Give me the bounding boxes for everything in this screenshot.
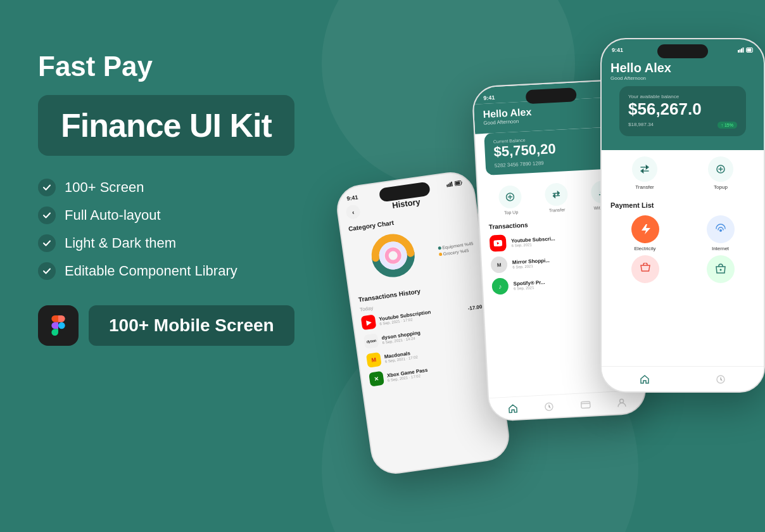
p3-topup-label: Topup	[714, 184, 728, 190]
mcdonalds-icon: M	[366, 352, 382, 368]
p3-payment-internet[interactable]: Internet	[686, 215, 755, 251]
phones-container: 9:41 ‹ History Category Chart	[334, 0, 765, 532]
dyson-icon: dyson	[364, 333, 379, 349]
status-time-2: 9:41	[483, 94, 495, 101]
p2-txn-info: Youtube Subscri... 6 Sep, 2021	[511, 232, 609, 247]
figma-icon	[38, 305, 79, 346]
p3-payment-bag[interactable]	[686, 255, 755, 283]
feature-text-theme: Light & Dark them	[65, 235, 176, 251]
p3-badge: ↑ 15%	[718, 122, 737, 129]
check-icon-component	[38, 262, 56, 280]
feature-item-theme: Light & Dark them	[38, 234, 380, 252]
p3-payment-header: Payment List	[602, 196, 764, 212]
home-icon[interactable]	[507, 403, 518, 414]
bottom-bar: 100+ Mobile Screen	[38, 305, 380, 346]
phone-dashboard: 9:41 Hello Alex Good Afternoon Your avai…	[600, 38, 765, 393]
p3-internet-label: Internet	[712, 246, 729, 251]
txn-amount: -17.00	[467, 303, 483, 311]
credit-card-icon[interactable]	[580, 399, 591, 410]
svg-rect-5	[455, 181, 460, 185]
app-title: Fast Pay	[38, 51, 380, 82]
p3-electricity-label: Electricity	[634, 246, 655, 251]
svg-point-28	[719, 269, 721, 271]
p2-transfer-btn[interactable]	[544, 182, 568, 206]
check-icon-theme	[38, 234, 56, 252]
p3-balance-amount: $56,267.0	[628, 99, 737, 119]
svg-rect-22	[740, 49, 741, 53]
svg-point-9	[380, 243, 406, 269]
p2-spotify-icon: ♪	[491, 277, 509, 294]
p3-payment-electricity[interactable]: Electricity	[610, 215, 680, 251]
p2-youtube-icon	[490, 234, 507, 251]
feature-text-screens: 100+ Screen	[65, 179, 144, 196]
p2-transfer-action[interactable]: Transfer	[544, 182, 568, 213]
p3-home-icon[interactable]	[640, 374, 650, 384]
shop-circle[interactable]	[631, 255, 659, 283]
p3-balance-sub: $18,987.34 ↑ 15%	[628, 122, 737, 129]
p1-back-button[interactable]: ‹	[345, 204, 361, 220]
xbox-icon: ✕	[369, 371, 384, 387]
electricity-circle[interactable]	[631, 215, 659, 243]
feature-text-layout: Full Auto-layout	[65, 207, 161, 224]
p2-topup-btn[interactable]	[498, 185, 522, 209]
svg-rect-19	[581, 401, 590, 408]
p3-payment-grid: Electricity Internet	[602, 212, 764, 255]
p3-balance-sub-amount: $18,987.34	[628, 122, 654, 129]
p3-more-items	[602, 255, 764, 287]
p3-bottom-nav	[602, 366, 764, 391]
svg-rect-23	[741, 49, 742, 53]
svg-rect-3	[451, 181, 453, 186]
svg-rect-26	[747, 49, 752, 52]
p3-header-section: Hello Alex Good Afternoon Your available…	[602, 56, 764, 150]
feature-item-screens: 100+ Screen	[38, 179, 380, 196]
p3-clock-icon[interactable]	[716, 374, 726, 384]
svg-rect-24	[743, 48, 744, 53]
screen-badge: 100+ Mobile Screen	[89, 305, 294, 346]
p3-hello: Hello Alex	[610, 61, 755, 75]
svg-point-10	[386, 248, 400, 263]
p1-legend: Equipment %45 Grocery %45	[438, 241, 474, 256]
bag-circle[interactable]	[707, 255, 735, 283]
svg-rect-21	[738, 50, 739, 53]
p2-topup-action[interactable]: Top Up	[498, 185, 522, 215]
p2-mirror-icon: M	[490, 256, 507, 273]
p3-transfer-action[interactable]: Transfer	[610, 156, 679, 190]
p3-balance-card: Your available balance $56,267.0 $18,987…	[619, 86, 746, 136]
phone-notch-3	[657, 44, 708, 58]
internet-circle[interactable]	[707, 215, 735, 243]
feature-list: 100+ Screen Full Auto-layout Light & Dar…	[38, 179, 380, 280]
p2-bottom-nav	[489, 390, 646, 421]
kit-badge-text: Finance UI Kit	[61, 106, 272, 144]
clock-icon[interactable]	[544, 401, 555, 412]
p3-transfer-circle[interactable]	[632, 156, 657, 182]
status-time-1: 9:41	[346, 194, 358, 201]
kit-badge: Finance UI Kit	[38, 95, 294, 156]
status-icons-3	[738, 48, 754, 53]
donut-chart	[364, 227, 421, 284]
p3-transfer-label: Transfer	[635, 184, 654, 190]
check-icon-layout	[38, 206, 56, 224]
status-icons-1	[446, 180, 462, 187]
p3-balance-label: Your available balance	[628, 94, 737, 99]
feature-item-component: Editable Component Library	[38, 262, 380, 280]
screen-badge-text: 100+ Mobile Screen	[109, 315, 274, 335]
svg-rect-2	[450, 182, 452, 187]
phone-notch-2	[526, 87, 577, 104]
p2-transfer-label: Transfer	[549, 207, 566, 212]
feature-text-component: Editable Component Library	[65, 263, 237, 279]
check-icon-screens	[38, 179, 56, 196]
p3-topup-circle[interactable]	[708, 156, 733, 182]
p3-afternoon: Good Afternoon	[610, 75, 755, 81]
left-content: Fast Pay Finance UI Kit 100+ Screen Full…	[38, 51, 380, 346]
p3-payment-shop[interactable]	[610, 255, 680, 283]
feature-item-layout: Full Auto-layout	[38, 206, 380, 224]
youtube-icon: ▶	[361, 315, 377, 331]
p3-topup-action[interactable]: Topup	[686, 156, 755, 190]
svg-point-20	[620, 399, 624, 403]
status-time-3: 9:41	[612, 47, 623, 53]
user-icon[interactable]	[617, 397, 628, 408]
svg-rect-1	[448, 184, 450, 187]
p2-topup-label: Top Up	[504, 210, 519, 215]
p3-actions: Transfer Topup	[602, 150, 764, 196]
svg-rect-0	[446, 184, 448, 187]
